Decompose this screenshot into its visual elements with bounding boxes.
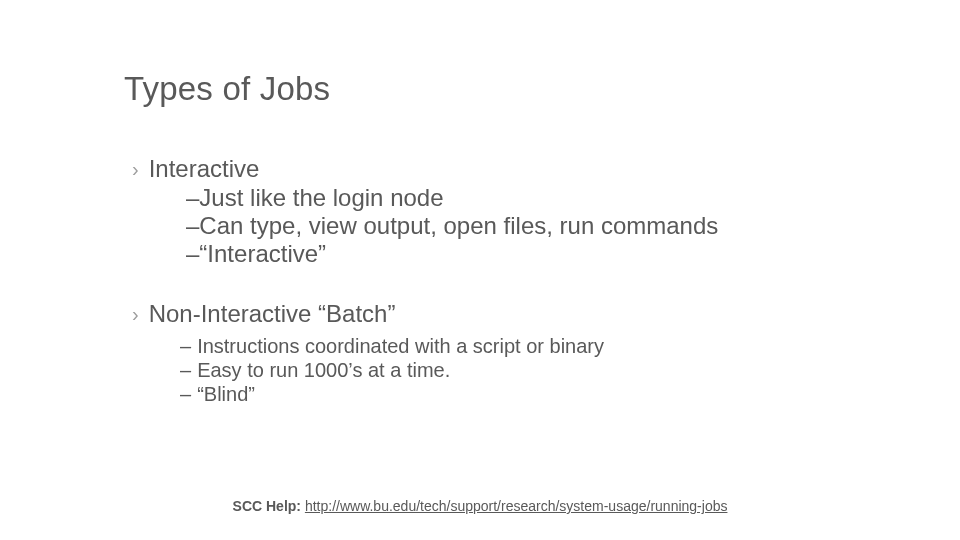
list-item: – Easy to run 1000’s at a time. bbox=[180, 358, 604, 382]
list-item: – “Interactive” bbox=[186, 240, 718, 268]
list-item: – Can type, view output, open files, run… bbox=[186, 212, 718, 240]
chevron-right-icon: › bbox=[132, 155, 139, 183]
dash-icon: – bbox=[186, 212, 199, 240]
dash-icon: – bbox=[186, 184, 199, 212]
sub-list: – Just like the login node – Can type, v… bbox=[186, 184, 718, 268]
list-item: › Interactive bbox=[132, 155, 718, 183]
list-item-text: “Interactive” bbox=[199, 240, 326, 268]
footer-label: SCC Help: bbox=[233, 498, 305, 514]
list-item: – “Blind” bbox=[180, 382, 604, 406]
list-item-text: Easy to run 1000’s at a time. bbox=[197, 358, 450, 382]
slide: Types of Jobs › Interactive – Just like … bbox=[0, 0, 960, 540]
list-item-text: Just like the login node bbox=[199, 184, 443, 212]
footer: SCC Help: http://www.bu.edu/tech/support… bbox=[0, 498, 960, 514]
section-heading: Interactive bbox=[149, 155, 260, 183]
dash-icon: – bbox=[186, 240, 199, 268]
list-item-text: “Blind” bbox=[197, 382, 255, 406]
slide-title: Types of Jobs bbox=[124, 70, 330, 108]
list-item: – Just like the login node bbox=[186, 184, 718, 212]
dash-icon: – bbox=[180, 382, 191, 406]
list-item: › Non-Interactive “Batch” bbox=[132, 300, 604, 328]
list-item: – Instructions coordinated with a script… bbox=[180, 334, 604, 358]
list-item-text: Instructions coordinated with a script o… bbox=[197, 334, 604, 358]
dash-icon: – bbox=[180, 334, 191, 358]
section-heading: Non-Interactive “Batch” bbox=[149, 300, 396, 328]
section-interactive: › Interactive – Just like the login node… bbox=[132, 155, 718, 268]
dash-icon: – bbox=[180, 358, 191, 382]
section-batch: › Non-Interactive “Batch” – Instructions… bbox=[132, 300, 604, 406]
help-link[interactable]: http://www.bu.edu/tech/support/research/… bbox=[305, 498, 728, 514]
list-item-text: Can type, view output, open files, run c… bbox=[199, 212, 718, 240]
sub-list: – Instructions coordinated with a script… bbox=[180, 334, 604, 406]
chevron-right-icon: › bbox=[132, 300, 139, 328]
